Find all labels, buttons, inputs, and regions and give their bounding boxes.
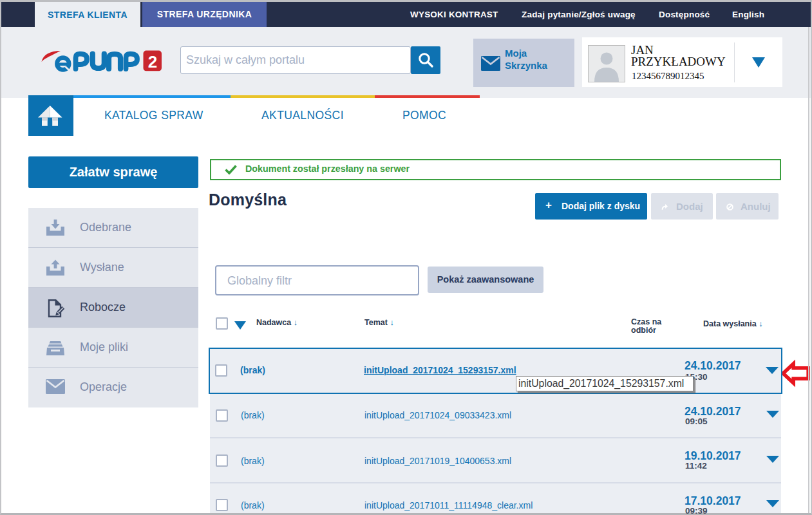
svg-text:2: 2	[148, 52, 157, 71]
